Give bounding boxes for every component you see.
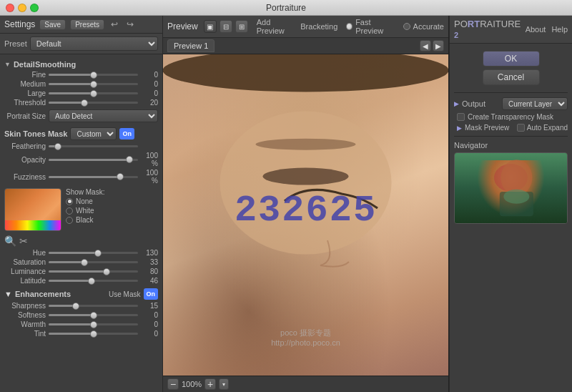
preview-tab-1[interactable]: Preview 1 xyxy=(167,39,214,52)
medium-slider[interactable] xyxy=(49,83,138,85)
large-slider[interactable] xyxy=(49,92,138,94)
auto-expand-label: Auto Expand xyxy=(527,124,568,132)
right-panel: PORTRAITURE 2 About Help OK Cancel ▶ Out… xyxy=(449,16,572,392)
close-button[interactable] xyxy=(6,4,14,12)
mask-none-label: None xyxy=(76,197,93,205)
feathering-label: Feathering xyxy=(4,142,46,150)
fast-preview-row: Fast Preview xyxy=(346,18,394,35)
bracketing-button[interactable]: Bracketing xyxy=(300,22,337,31)
navigator-section: Navigator xyxy=(454,136,568,224)
accurate-radio[interactable] xyxy=(403,23,410,30)
feathering-slider-row: Feathering xyxy=(4,142,158,151)
mask-preview-row[interactable]: ▶ Mask Preview Auto Expand xyxy=(457,124,568,132)
luminance-value: 80 xyxy=(141,268,158,275)
mask-black-label: Black xyxy=(76,216,93,224)
window-title: Portraiture xyxy=(266,3,306,13)
medium-value: 0 xyxy=(141,80,158,88)
help-button[interactable]: Help xyxy=(551,25,568,34)
show-mask-area: Show Mask: None White Black xyxy=(66,188,104,231)
preview-icon-single[interactable]: ▣ xyxy=(204,20,217,33)
preview-toolbar: Preview ▣ ⊟ ⊞ Add Preview Bracketing Fas… xyxy=(163,16,448,38)
auto-expand-checkbox[interactable] xyxy=(517,124,525,132)
preset-row: Preset Default xyxy=(0,34,162,54)
navigator-thumbnail[interactable] xyxy=(454,152,568,224)
threshold-slider[interactable] xyxy=(49,102,138,104)
hue-slider[interactable] xyxy=(49,252,138,254)
mask-white-radio[interactable] xyxy=(66,207,73,215)
maximize-button[interactable] xyxy=(30,4,39,12)
zoom-plus-button[interactable]: + xyxy=(204,378,216,390)
nav-svg xyxy=(455,153,567,223)
tint-slider[interactable] xyxy=(49,333,138,335)
color-preview-area: Show Mask: None White Black xyxy=(4,185,158,234)
zoom-minus-button[interactable]: − xyxy=(167,378,179,390)
sharpness-slider[interactable] xyxy=(49,305,138,307)
large-label: Large xyxy=(4,89,46,97)
eyedropper-add-icon[interactable]: 🔍 xyxy=(4,235,16,247)
output-section: ▶ Output Current Layer Create Transparen… xyxy=(454,92,568,132)
preset-select[interactable]: Default xyxy=(30,36,158,51)
minimize-button[interactable] xyxy=(18,4,26,12)
color-swatch[interactable] xyxy=(4,188,61,231)
fuzziness-value: 100 % xyxy=(141,169,158,185)
portrait-size-select[interactable]: Auto Detect xyxy=(49,109,158,122)
fast-preview-radio[interactable] xyxy=(346,23,352,30)
watermark: poco 摄影专题 http://photo.poco.cn xyxy=(271,328,340,347)
saturation-label: Saturation xyxy=(4,258,46,266)
svg-point-3 xyxy=(163,54,448,92)
mask-black-radio[interactable] xyxy=(66,217,73,224)
skin-custom-select[interactable]: Custom xyxy=(70,127,117,140)
saturation-slider[interactable] xyxy=(49,261,138,263)
create-transparency-checkbox[interactable] xyxy=(457,113,465,121)
opacity-slider[interactable] xyxy=(49,159,138,161)
mask-black-row[interactable]: Black xyxy=(66,216,104,224)
feathering-slider[interactable] xyxy=(49,145,138,147)
prev-arrow[interactable]: ◀ xyxy=(420,40,431,52)
preview-image-area[interactable]: 232625 poco 摄影专题 http://photo.poco.cn xyxy=(163,54,448,376)
left-content: ▼ DetailSmoothing Fine 0 Medium 0 xyxy=(0,54,162,392)
fuzziness-slider[interactable] xyxy=(49,176,138,178)
fine-slider[interactable] xyxy=(49,74,138,76)
warmth-label: Warmth xyxy=(4,320,46,328)
preset-label: Preset xyxy=(4,39,27,48)
preview-icon-multi[interactable]: ⊞ xyxy=(235,20,248,33)
saturation-slider-row: Saturation 33 xyxy=(4,258,158,267)
output-select[interactable]: Current Layer xyxy=(502,97,568,110)
warmth-slider[interactable] xyxy=(49,323,138,325)
softness-slider-row: Softness 0 xyxy=(4,310,158,320)
next-arrow[interactable]: ▶ xyxy=(433,40,444,52)
mask-none-radio[interactable] xyxy=(66,198,73,205)
mask-white-row[interactable]: White xyxy=(66,207,104,215)
fuzziness-slider-row: Fuzziness 100 % xyxy=(4,168,158,185)
mask-preview-label: Mask Preview xyxy=(465,124,509,132)
ok-button[interactable]: OK xyxy=(483,51,540,67)
fine-label: Fine xyxy=(4,71,46,79)
eyedropper-remove-icon[interactable]: ✂ xyxy=(19,235,28,247)
large-value: 0 xyxy=(141,89,158,97)
zoom-dropdown[interactable]: ▾ xyxy=(219,378,229,390)
add-preview-button[interactable]: Add Preview xyxy=(257,18,295,35)
hue-slider-row: Hue 130 xyxy=(4,248,158,258)
mask-none-row[interactable]: None xyxy=(66,197,104,205)
fine-value: 0 xyxy=(141,71,158,79)
opacity-label: Opacity xyxy=(4,156,46,164)
latitude-slider[interactable] xyxy=(49,280,138,282)
presets-button[interactable]: Presets xyxy=(70,19,104,30)
show-mask-label: Show Mask: xyxy=(66,188,104,196)
preview-icon-split[interactable]: ⊟ xyxy=(220,20,232,33)
softness-slider[interactable] xyxy=(49,314,138,316)
redo-icon[interactable]: ↪ xyxy=(124,19,136,30)
luminance-slider[interactable] xyxy=(49,270,138,273)
medium-label: Medium xyxy=(4,80,46,88)
accurate-label: Accurate xyxy=(413,22,444,31)
overlay-number: 232625 xyxy=(235,190,377,232)
undo-icon[interactable]: ↩ xyxy=(109,19,120,30)
left-toolbar: Settings Save Presets ↩ ↪ xyxy=(0,16,162,34)
about-button[interactable]: About xyxy=(526,25,546,34)
cancel-button[interactable]: Cancel xyxy=(483,69,540,85)
warmth-value: 0 xyxy=(141,320,158,328)
portrait-size-label: Portrait Size xyxy=(4,112,46,120)
save-button[interactable]: Save xyxy=(39,19,66,30)
medium-slider-row: Medium 0 xyxy=(4,79,158,89)
luminance-slider-row: Luminance 80 xyxy=(4,267,158,276)
